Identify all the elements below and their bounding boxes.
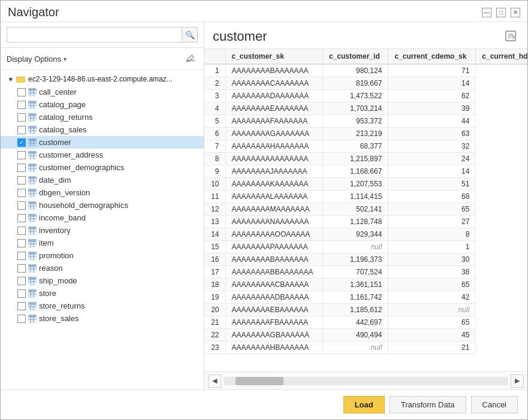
- table-icon: [28, 138, 37, 147]
- tree-checkbox[interactable]: [17, 289, 26, 298]
- tree-checkbox[interactable]: [17, 315, 26, 323]
- svg-rect-46: [28, 176, 37, 179]
- tree-item[interactable]: item: [1, 237, 204, 249]
- tree-checkbox[interactable]: [17, 189, 26, 197]
- row-number: 16: [204, 253, 225, 266]
- svg-rect-70: [28, 226, 37, 229]
- tree-item[interactable]: household_demographics: [1, 199, 204, 211]
- scroll-right-button[interactable]: ▶: [511, 374, 524, 388]
- tree-item[interactable]: dbgen_version: [1, 186, 204, 199]
- tree-item[interactable]: customer_demographics: [1, 161, 204, 174]
- tree-item[interactable]: catalog_sales: [1, 123, 204, 136]
- maximize-button[interactable]: □: [496, 8, 506, 17]
- cell: AAAAAAAALAAAAAAA: [225, 191, 323, 203]
- tree-checkbox[interactable]: [17, 151, 26, 159]
- tree-item[interactable]: catalog_returns: [1, 111, 204, 123]
- row-number: 17: [204, 266, 225, 279]
- svg-rect-76: [28, 239, 37, 241]
- tree-root: ▼ ec2-3-129-148-86.us-east-2.compute.ama…: [1, 70, 204, 327]
- tree-area[interactable]: ▼ ec2-3-129-148-86.us-east-2.compute.ama…: [1, 70, 204, 389]
- cell: 819,667: [323, 77, 388, 90]
- tree-root-item[interactable]: ▼ ec2-3-129-148-86.us-east-2.compute.ama…: [1, 72, 204, 86]
- tree-item[interactable]: income_band: [1, 211, 204, 224]
- search-icon: 🔍: [185, 31, 195, 40]
- table-icon: [28, 101, 37, 109]
- tree-item[interactable]: promotion: [1, 249, 204, 262]
- row-number: 1: [204, 64, 225, 77]
- tree-item-label: catalog_returns: [39, 113, 93, 122]
- tree-checkbox[interactable]: [17, 302, 26, 310]
- row-number: 2: [204, 77, 225, 90]
- tree-checkbox[interactable]: [17, 252, 26, 260]
- dialog-title: Navigator: [8, 5, 59, 19]
- search-button[interactable]: 🔍: [182, 27, 198, 43]
- cell: 24: [388, 153, 476, 165]
- cell: AAAAAAAABAAAAAAA: [225, 253, 323, 266]
- tree-item-label: store_sales: [39, 314, 79, 323]
- table-icon: [28, 226, 37, 235]
- edit-icon-button[interactable]: [183, 52, 198, 66]
- transform-data-button[interactable]: Transform Data: [390, 396, 466, 413]
- tree-checkbox[interactable]: [17, 88, 26, 96]
- cell: AAAAAAAADAAAAAAA: [225, 90, 323, 102]
- search-input[interactable]: [7, 27, 182, 43]
- tree-items-container: call_center catalog_page catalog_returns…: [1, 86, 204, 325]
- tree-item[interactable]: ship_mode: [1, 274, 204, 287]
- tree-item[interactable]: call_center: [1, 86, 204, 98]
- close-button[interactable]: ✕: [511, 8, 520, 17]
- tree-checkbox[interactable]: [17, 113, 26, 122]
- table-icon: [28, 239, 37, 247]
- tree-item[interactable]: store_sales: [1, 312, 204, 325]
- cell: 502,141: [323, 203, 388, 216]
- svg-rect-112: [28, 315, 37, 317]
- tree-checkbox[interactable]: [17, 264, 26, 273]
- tree-item-label: reason: [39, 264, 63, 273]
- tree-checkbox[interactable]: [17, 277, 26, 285]
- scroll-nav: ◀ ▶: [204, 371, 527, 389]
- cell: AAAAAAAAFAAAAAAA: [225, 115, 323, 128]
- tree-checkbox[interactable]: [17, 239, 26, 247]
- tree-checkbox[interactable]: [17, 138, 26, 147]
- cell: 1,161,742: [323, 291, 388, 304]
- load-button[interactable]: Load: [343, 396, 385, 413]
- row-number: 23: [204, 342, 225, 354]
- cell: 68: [388, 191, 476, 203]
- tree-item[interactable]: customer: [1, 136, 204, 149]
- tree-item[interactable]: reason: [1, 262, 204, 274]
- tree-checkbox[interactable]: [17, 126, 26, 134]
- cell: 707,524: [323, 266, 388, 279]
- scroll-thumb[interactable]: [236, 377, 283, 385]
- row-number: 18: [204, 279, 225, 291]
- row-number: 13: [204, 216, 225, 228]
- tree-item[interactable]: inventory: [1, 224, 204, 237]
- cancel-button[interactable]: Cancel: [471, 396, 518, 413]
- tree-item[interactable]: date_dim: [1, 174, 204, 186]
- tree-item[interactable]: catalog_page: [1, 98, 204, 111]
- tree-checkbox[interactable]: [17, 164, 26, 172]
- data-table-wrapper[interactable]: c_customer_skc_customer_idc_current_cdem…: [204, 49, 527, 371]
- tree-item[interactable]: customer_address: [1, 149, 204, 161]
- row-number: 22: [204, 329, 225, 342]
- tree-checkbox[interactable]: [17, 201, 26, 210]
- scroll-left-button[interactable]: ◀: [208, 374, 221, 388]
- cell: AAAAAAAAPAAAAAAA: [225, 241, 323, 253]
- table-row: 19AAAAAAAAADBAAAAA1,161,74242: [204, 291, 527, 304]
- tree-checkbox[interactable]: [17, 176, 26, 185]
- cell: AAAAAAAAKAAAAAAA: [225, 178, 323, 191]
- tree-item[interactable]: store_returns: [1, 300, 204, 312]
- tree-checkbox[interactable]: [17, 214, 26, 222]
- tree-item[interactable]: store: [1, 287, 204, 300]
- minimize-button[interactable]: —: [482, 8, 491, 17]
- table-icon: [28, 214, 37, 222]
- table-row: 6AAAAAAAAGAAAAAAA213,21963: [204, 128, 527, 140]
- export-icon: [505, 30, 517, 44]
- cell: 1,185,612: [323, 304, 388, 316]
- row-number: 4: [204, 102, 225, 115]
- display-options-button[interactable]: Display Options ▾: [7, 55, 67, 64]
- tree-checkbox[interactable]: [17, 226, 26, 235]
- tree-checkbox[interactable]: [17, 101, 26, 109]
- table-icon: [28, 164, 37, 172]
- cell: AAAAAAAAADBAAAAA: [225, 291, 323, 304]
- cell: AAAAAAAAAAAAAAAA: [225, 153, 323, 165]
- preview-icon-button[interactable]: [502, 28, 519, 45]
